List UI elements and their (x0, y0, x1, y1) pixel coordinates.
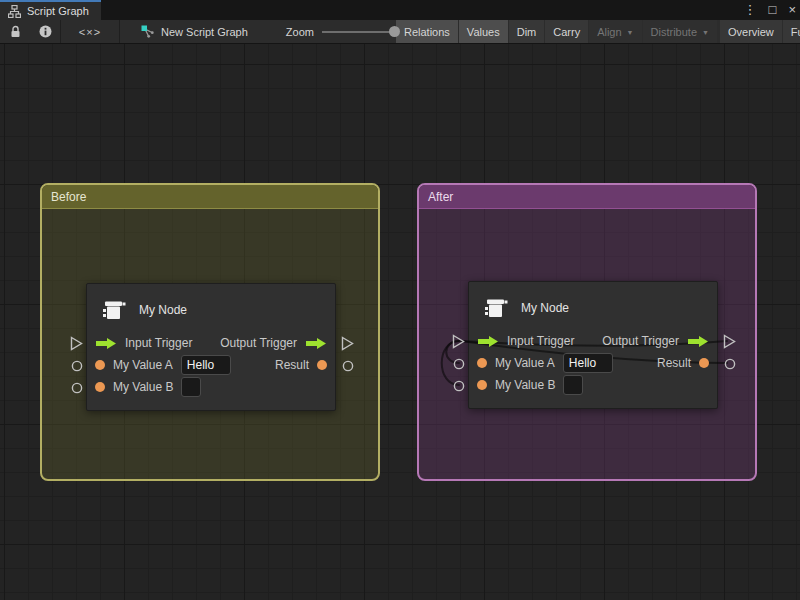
group-before-title: Before (51, 190, 86, 204)
script-graph-window: Script Graph ⋮ □ × <×> (0, 0, 800, 600)
port-label: Output Trigger (220, 336, 297, 350)
lock-icon (10, 25, 21, 38)
value-handle-icon[interactable] (453, 358, 465, 370)
value-b-input[interactable] (181, 377, 201, 397)
port-label: Result (275, 358, 309, 372)
value-a-port[interactable]: My Value A (477, 353, 613, 373)
new-script-graph-button[interactable]: New Script Graph (130, 20, 258, 43)
values-toggle[interactable]: Values (459, 20, 508, 44)
value-b-port[interactable]: My Value B (477, 375, 583, 395)
result-port[interactable]: Result (275, 358, 327, 372)
lock-button[interactable] (0, 20, 30, 43)
relations-toggle[interactable]: Relations (396, 20, 458, 44)
group-after-title: After (428, 190, 453, 204)
window-close-icon[interactable]: × (788, 0, 796, 20)
value-handle-icon[interactable] (71, 382, 83, 394)
flow-handle-icon[interactable] (723, 334, 736, 349)
input-trigger-port[interactable]: Input Trigger (95, 336, 192, 350)
graph-toolbar: <×> New Script Graph Zoom 1x Relations V… (0, 20, 800, 44)
port-label: Input Trigger (507, 334, 574, 348)
value-port-dot-icon (477, 358, 487, 368)
window-menu-icon[interactable]: ⋮ (744, 0, 757, 20)
result-port[interactable]: Result (657, 356, 709, 370)
flow-arrow-icon (305, 337, 327, 350)
node-title: My Node (521, 301, 569, 315)
chevron-down-icon: ▼ (627, 29, 634, 36)
new-script-graph-label: New Script Graph (161, 26, 248, 38)
align-dropdown[interactable]: Align ▼ (589, 20, 641, 44)
distribute-label: Distribute (651, 26, 697, 38)
port-label: Output Trigger (602, 334, 679, 348)
port-label: My Value A (495, 356, 555, 370)
zoom-label: Zoom (286, 26, 314, 38)
flow-arrow-icon (95, 337, 117, 350)
value-port-dot-icon (95, 360, 105, 370)
group-before-header[interactable]: Before (42, 185, 378, 209)
value-a-input[interactable] (181, 355, 231, 375)
value-handle-icon[interactable] (342, 360, 354, 372)
overview-button[interactable]: Overview (720, 20, 782, 44)
value-port-dot-icon (317, 360, 327, 370)
value-b-input[interactable] (563, 375, 583, 395)
node-title: My Node (139, 303, 187, 317)
port-label: My Value B (113, 380, 173, 394)
value-handle-icon[interactable] (71, 360, 83, 372)
value-a-port[interactable]: My Value A (95, 355, 231, 375)
value-port-dot-icon (477, 380, 487, 390)
value-handle-icon[interactable] (724, 358, 736, 370)
toolbar-separator (119, 20, 120, 43)
graph-wire-icon (140, 24, 155, 39)
code-toggle-button[interactable]: <×> (61, 20, 119, 43)
port-label: Result (657, 356, 691, 370)
tab-title: Script Graph (27, 5, 89, 17)
flow-handle-icon[interactable] (70, 336, 83, 351)
distribute-dropdown[interactable]: Distribute ▼ (643, 20, 717, 44)
graph-canvas[interactable]: Before My Node (0, 44, 800, 600)
flow-handle-icon[interactable] (341, 336, 354, 351)
script-graph-tab-icon (8, 5, 21, 18)
tab-script-graph[interactable]: Script Graph (0, 0, 101, 20)
window-maximize-icon[interactable]: □ (769, 0, 777, 20)
port-label: Input Trigger (125, 336, 192, 350)
unit-node-icon (483, 295, 509, 321)
output-trigger-port[interactable]: Output Trigger (220, 336, 327, 350)
flow-arrow-icon (687, 335, 709, 348)
flow-arrow-icon (477, 335, 499, 348)
align-label: Align (597, 26, 621, 38)
flow-handle-icon[interactable] (452, 334, 465, 349)
group-before[interactable]: Before My Node (40, 183, 380, 481)
value-port-dot-icon (699, 358, 709, 368)
my-node-before[interactable]: My Node Input Trigger Output Trigger (86, 283, 336, 411)
value-handle-icon[interactable] (453, 380, 465, 392)
tab-bar: Script Graph ⋮ □ × (0, 0, 800, 20)
port-label: My Value B (495, 378, 555, 392)
port-label: My Value A (113, 358, 173, 372)
input-trigger-port[interactable]: Input Trigger (477, 334, 574, 348)
dim-toggle[interactable]: Dim (509, 20, 545, 44)
my-node-after[interactable]: My Node Input Trigger Output Trigger (468, 281, 718, 409)
info-icon (39, 25, 52, 38)
value-port-dot-icon (95, 382, 105, 392)
unit-node-icon (101, 297, 127, 323)
value-a-input[interactable] (563, 353, 613, 373)
value-b-port[interactable]: My Value B (95, 377, 201, 397)
zoom-slider[interactable] (322, 20, 400, 44)
fullscreen-button[interactable]: Full Screen (783, 20, 800, 44)
group-after-header[interactable]: After (419, 185, 755, 209)
carry-toggle[interactable]: Carry (545, 20, 588, 44)
group-after[interactable]: After (417, 183, 757, 481)
chevron-down-icon: ▼ (702, 29, 709, 36)
info-button[interactable] (30, 20, 60, 43)
zoom-slider-track (322, 31, 390, 33)
output-trigger-port[interactable]: Output Trigger (602, 334, 709, 348)
zoom-slider-handle[interactable] (389, 26, 400, 37)
